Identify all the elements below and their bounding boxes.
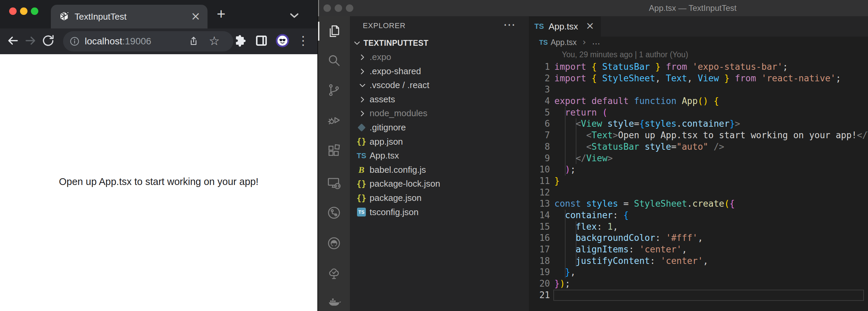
run-debug-icon[interactable]: [327, 112, 341, 127]
code-line-19[interactable]: 19 },: [529, 267, 868, 278]
code-text: flex: 1,: [554, 221, 618, 233]
babel-file-icon: B: [355, 163, 368, 177]
explorer-item-node-modules[interactable]: node_modules: [350, 106, 529, 121]
breadcrumb-symbol[interactable]: …: [592, 37, 600, 49]
code-line-10[interactable]: 10 );: [529, 164, 868, 175]
git-graph-icon[interactable]: [327, 205, 341, 220]
file-tree: .expo.expo-shared.vscode / .reactassetsn…: [350, 50, 529, 219]
code-text: });: [554, 278, 570, 290]
search-icon[interactable]: [327, 53, 341, 68]
docker-icon[interactable]: [327, 294, 341, 309]
traffic-light-minimize[interactable]: [20, 7, 27, 15]
url-bar[interactable]: localhost:19006 ☆: [63, 31, 233, 51]
editor-tab-label: App.tsx: [549, 16, 578, 37]
explorer-item-package.json[interactable]: {}package.json: [350, 191, 529, 205]
explorer-item-package-lock.json[interactable]: {}package-lock.json: [350, 177, 529, 191]
code-line-21[interactable]: 21: [529, 290, 868, 301]
traffic-light-zoom-inactive[interactable]: [346, 4, 353, 12]
extensions-icon[interactable]: [327, 143, 341, 158]
file-label: assets: [370, 92, 395, 107]
file-label: .gitignore: [370, 121, 406, 135]
profile-avatar[interactable]: [275, 33, 290, 48]
url-host: localhost: [85, 36, 122, 46]
github-icon[interactable]: [327, 236, 341, 251]
workspace-root-row[interactable]: TEXTINPUTTEST: [350, 36, 529, 50]
browser-toolbar: localhost:19006 ☆ ⋮: [0, 28, 317, 54]
line-number: 12: [529, 187, 550, 199]
code-line-5[interactable]: 5 return (: [529, 107, 868, 119]
code-text: justifyContent: 'center',: [554, 255, 708, 267]
editor-tab-bar: TS App.tsx ×: [529, 16, 868, 37]
code-line-18[interactable]: 18 justifyContent: 'center',: [529, 255, 868, 267]
explorer-item-tsconfig.json[interactable]: TStsconfig.json: [350, 205, 529, 220]
remote-explorer-icon[interactable]: [327, 175, 341, 190]
editor-tab-close-icon[interactable]: ×: [583, 16, 597, 37]
code-line-9[interactable]: 9 </View>: [529, 153, 868, 164]
traffic-light-close[interactable]: [9, 7, 17, 15]
browser-menu-kebab-icon[interactable]: ⋮: [296, 33, 311, 48]
vscode-titlebar[interactable]: App.tsx — TextInputTest: [318, 0, 868, 16]
chevron-down-icon: [357, 80, 368, 90]
code-area[interactable]: 1import { StatusBar } from 'expo-status-…: [529, 61, 868, 301]
git-file-icon: [355, 121, 368, 135]
explorer-item-.vscode-.react[interactable]: .vscode / .react: [350, 78, 529, 92]
new-tab-button[interactable]: +: [213, 6, 229, 23]
code-line-11[interactable]: 11}: [529, 175, 868, 187]
code-line-1[interactable]: 1import { StatusBar } from 'expo-status-…: [529, 61, 868, 73]
code-line-8[interactable]: 8 <StatusBar style="auto" />: [529, 141, 868, 153]
code-line-17[interactable]: 17 alignItems: 'center',: [529, 244, 868, 255]
tab-search-chevron-icon[interactable]: [287, 8, 302, 23]
code-text: );: [554, 164, 576, 175]
tab-app-tsx[interactable]: TS App.tsx ×: [529, 16, 601, 37]
side-panel-icon[interactable]: [254, 33, 269, 48]
traffic-light-minimize-inactive[interactable]: [335, 4, 342, 12]
line-number: 3: [529, 84, 550, 96]
chevron-right-icon: [357, 95, 368, 105]
workspace-root-label: TEXTINPUTTEST: [363, 36, 429, 50]
code-line-20[interactable]: 20});: [529, 278, 868, 290]
code-line-12[interactable]: 12: [529, 187, 868, 199]
explorer-item-.expo[interactable]: .expo: [350, 50, 529, 64]
code-line-6[interactable]: 6 <View style={styles.container}>: [529, 118, 868, 130]
browser-tab[interactable]: TextInputTest ×: [51, 5, 208, 28]
line-number: 9: [529, 153, 550, 164]
code-line-2[interactable]: 2import { StyleSheet, Text, View } from …: [529, 73, 868, 84]
code-line-14[interactable]: 14 container: {: [529, 210, 868, 221]
explorer-more-actions-icon[interactable]: ⋯: [499, 16, 519, 35]
source-control-icon[interactable]: [327, 83, 341, 98]
typescript-file-icon: TS: [539, 37, 548, 49]
extensions-puzzle-icon[interactable]: [233, 33, 248, 48]
code-text: import { StatusBar } from 'expo-status-b…: [554, 61, 788, 73]
code-line-15[interactable]: 15 flex: 1,: [529, 221, 868, 233]
tab-close-icon[interactable]: ×: [187, 5, 204, 28]
explorer-item-app.tsx[interactable]: TSApp.tsx: [350, 149, 529, 163]
back-button[interactable]: [5, 33, 20, 48]
explorer-item-.gitignore[interactable]: .gitignore: [350, 121, 529, 135]
file-label: node_modules: [370, 106, 428, 121]
todo-tree-icon[interactable]: [327, 266, 341, 281]
line-number: 2: [529, 73, 550, 84]
explorer-item-assets[interactable]: assets: [350, 92, 529, 107]
code-line-16[interactable]: 16 backgroundColor: '#fff',: [529, 232, 868, 244]
share-icon[interactable]: [188, 36, 199, 47]
explorer-item-app.json[interactable]: {}app.json: [350, 135, 529, 149]
code-line-3[interactable]: 3: [529, 84, 868, 96]
breadcrumb[interactable]: TS App.tsx › …: [529, 37, 868, 49]
breadcrumb-file[interactable]: App.tsx: [551, 37, 577, 49]
code-line-4[interactable]: 4export default function App() {: [529, 96, 868, 107]
reload-button[interactable]: [41, 33, 56, 48]
explorer-item-.expo-shared[interactable]: .expo-shared: [350, 64, 529, 79]
site-info-icon[interactable]: [69, 36, 80, 47]
current-line-highlight: [553, 290, 864, 301]
forward-button[interactable]: [23, 33, 38, 48]
url-address[interactable]: localhost:19006: [85, 31, 151, 51]
explorer-icon[interactable]: [327, 24, 341, 39]
file-label: .vscode / .react: [370, 78, 429, 92]
traffic-light-zoom[interactable]: [31, 7, 38, 15]
traffic-light-close-inactive[interactable]: [323, 4, 331, 12]
explorer-item-babel.config.js[interactable]: Bbabel.config.js: [350, 163, 529, 177]
line-number: 10: [529, 164, 550, 175]
code-line-13[interactable]: 13const styles = StyleSheet.create({: [529, 198, 868, 210]
bookmark-star-icon[interactable]: ☆: [207, 31, 222, 51]
code-line-7[interactable]: 7 <Text>Open up App.tsx to start working…: [529, 130, 868, 141]
